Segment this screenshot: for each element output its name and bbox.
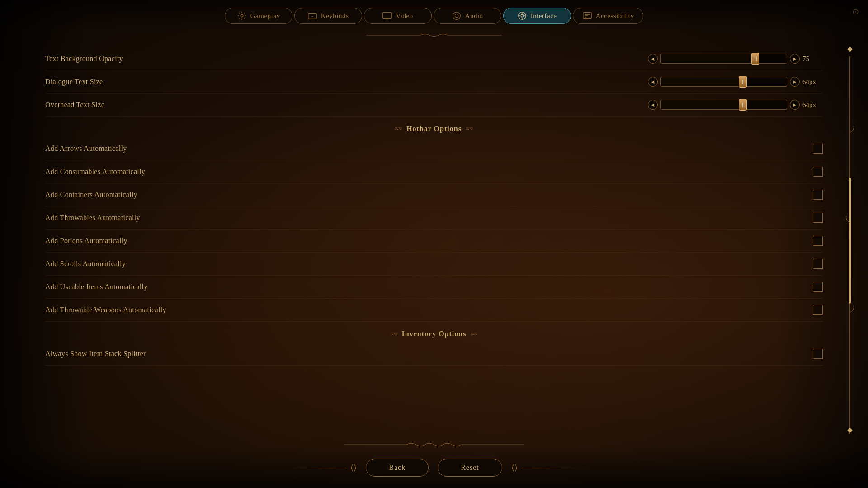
- nav-tab-interface[interactable]: Interface: [503, 8, 571, 24]
- svg-rect-14: [847, 47, 852, 52]
- nav-tab-gameplay[interactable]: Gameplay: [225, 8, 292, 24]
- ornament-symbol-left: ⟨⟩: [350, 463, 357, 473]
- video-icon: [382, 11, 392, 21]
- slider-increment-1[interactable]: ►: [790, 77, 800, 87]
- slider-thumb-1[interactable]: [739, 76, 747, 88]
- nav-tab-keybinds[interactable]: Keybinds: [294, 8, 362, 24]
- hotbar-checkbox-6[interactable]: [813, 282, 823, 292]
- slider-fill-1: [661, 77, 743, 86]
- hotbar-row-1: Add Consumables Automatically: [45, 160, 823, 183]
- audio-label: Audio: [465, 12, 483, 20]
- accessibility-label: Accessibility: [596, 12, 634, 20]
- svg-point-6: [521, 14, 524, 17]
- slider-control-1: ◄►64px: [648, 77, 823, 87]
- inventory-title: Inventory Options: [402, 330, 467, 338]
- hotbar-label-0: Add Arrows Automatically: [45, 145, 127, 153]
- slider-track-2[interactable]: [660, 100, 787, 110]
- slider-label-2: Overhead Text Size: [45, 101, 104, 109]
- hotbar-row-3: Add Throwables Automatically: [45, 206, 823, 230]
- svg-rect-1: [308, 14, 316, 19]
- inventory-options-header: ≈≈ Inventory Options ≈≈: [45, 322, 823, 343]
- nav-tab-audio[interactable]: Audio: [434, 8, 501, 24]
- slider-row-0: Text Background Opacity◄►75: [45, 47, 823, 70]
- hotbar-row-4: Add Potions Automatically: [45, 230, 823, 253]
- slider-thumb-2[interactable]: [739, 99, 747, 111]
- slider-track-0[interactable]: [660, 54, 787, 64]
- inventory-ornament-right: ≈≈: [471, 330, 477, 338]
- slider-label-1: Dialogue Text Size: [45, 78, 103, 86]
- bottom-ornament-left: ⟨⟩: [292, 463, 357, 473]
- inventory-checkbox-0[interactable]: [813, 349, 823, 359]
- ornament-line-left: [292, 468, 346, 468]
- inventory-label-0: Always Show Item Stack Splitter: [45, 350, 146, 358]
- interface-icon: [517, 11, 527, 21]
- vine-decoration: [841, 43, 859, 447]
- bottom-divider: [344, 440, 524, 451]
- inventory-ornament-left: ≈≈: [390, 330, 397, 338]
- bottom-ornament-right: ⟨⟩: [511, 463, 576, 473]
- hotbar-row-6: Add Useable Items Automatically: [45, 276, 823, 299]
- slider-increment-2[interactable]: ►: [790, 100, 800, 110]
- hotbar-label-2: Add Containers Automatically: [45, 191, 137, 199]
- top-divider: [366, 31, 502, 42]
- hotbar-label-4: Add Potions Automatically: [45, 237, 127, 245]
- slider-fill-0: [661, 54, 755, 63]
- video-label: Video: [396, 12, 413, 20]
- slider-label-0: Text Background Opacity: [45, 55, 123, 63]
- keybinds-icon: [307, 11, 317, 21]
- hotbar-checkbox-0[interactable]: [813, 144, 823, 154]
- hotbar-row-0: Add Arrows Automatically: [45, 137, 823, 160]
- svg-rect-7: [583, 13, 591, 19]
- hotbar-label-6: Add Useable Items Automatically: [45, 283, 148, 291]
- inventory-row-0: Always Show Item Stack Splitter: [45, 343, 823, 366]
- slider-increment-0[interactable]: ►: [790, 54, 800, 64]
- hotbar-title: Hotbar Options: [406, 125, 462, 133]
- svg-rect-15: [847, 428, 852, 433]
- slider-value-1: 64px: [802, 78, 823, 86]
- slider-control-2: ◄►64px: [648, 100, 823, 110]
- slider-thumb-0[interactable]: [751, 53, 760, 65]
- ornament-line-right: [522, 468, 576, 468]
- reset-button[interactable]: Reset: [438, 459, 502, 477]
- hotbar-label-1: Add Consumables Automatically: [45, 168, 145, 176]
- hotbar-checkbox-7[interactable]: [813, 305, 823, 315]
- gameplay-icon: [237, 11, 247, 21]
- hotbar-row-2: Add Containers Automatically: [45, 183, 823, 206]
- svg-point-0: [241, 14, 243, 17]
- slider-decrement-0[interactable]: ◄: [648, 54, 658, 64]
- settings-list: Text Background Opacity◄►75Dialogue Text…: [27, 43, 841, 370]
- slider-value-0: 75: [802, 55, 823, 63]
- slider-track-1[interactable]: [660, 77, 787, 87]
- nav-tab-video[interactable]: Video: [364, 8, 432, 24]
- hotbar-checkbox-5[interactable]: [813, 259, 823, 269]
- keybinds-label: Keybinds: [321, 12, 349, 20]
- main-content: Text Background Opacity◄►75Dialogue Text…: [27, 43, 841, 447]
- hotbar-label-5: Add Scrolls Automatically: [45, 260, 126, 268]
- top-navigation: GameplayKeybindsVideoAudioInterfaceAcces…: [0, 0, 868, 32]
- nav-tab-accessibility[interactable]: Accessibility: [573, 8, 644, 24]
- gameplay-label: Gameplay: [250, 12, 280, 20]
- hotbar-checkbox-2[interactable]: [813, 190, 823, 200]
- svg-point-3: [453, 12, 460, 20]
- bottom-bar: ⟨⟩ Back Reset ⟨⟩: [0, 447, 868, 488]
- slider-fill-2: [661, 100, 743, 109]
- accessibility-icon: [582, 11, 592, 21]
- interface-label: Interface: [531, 12, 557, 20]
- hotbar-checkbox-4[interactable]: [813, 236, 823, 246]
- svg-point-4: [455, 14, 458, 17]
- hotbar-checkbox-1[interactable]: [813, 167, 823, 177]
- slider-decrement-2[interactable]: ◄: [648, 100, 658, 110]
- hotbar-options-header: ≈≈ Hotbar Options ≈≈: [45, 117, 823, 137]
- slider-row-1: Dialogue Text Size◄►64px: [45, 70, 823, 94]
- slider-control-0: ◄►75: [648, 54, 823, 64]
- slider-decrement-1[interactable]: ◄: [648, 77, 658, 87]
- hotbar-ornament-left: ≈≈: [395, 125, 402, 132]
- hotbar-label-3: Add Throwables Automatically: [45, 214, 140, 222]
- svg-rect-2: [383, 13, 391, 19]
- hotbar-row-5: Add Scrolls Automatically: [45, 253, 823, 276]
- hotbar-checkbox-3[interactable]: [813, 213, 823, 223]
- back-button[interactable]: Back: [366, 459, 429, 477]
- slider-row-2: Overhead Text Size◄►64px: [45, 94, 823, 117]
- hotbar-ornament-right: ≈≈: [466, 125, 473, 132]
- svg-rect-16: [849, 178, 851, 303]
